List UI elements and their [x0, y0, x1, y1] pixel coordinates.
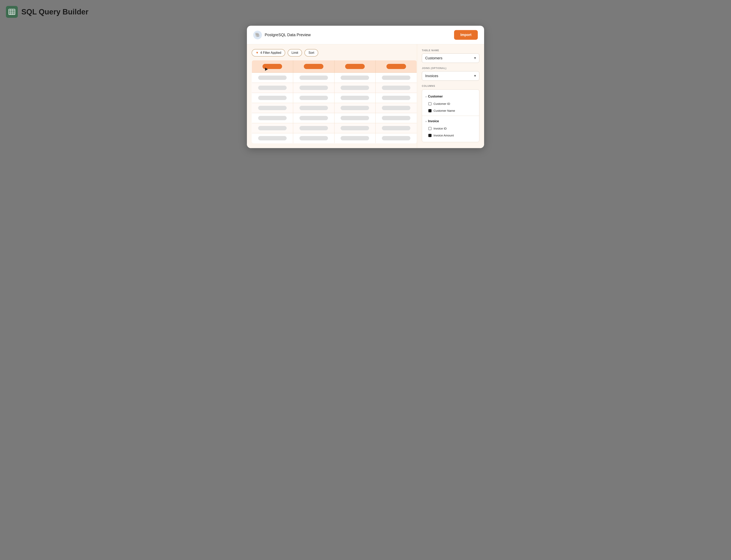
- filter-applied-button[interactable]: ▼ 4 Filter Applied: [252, 49, 285, 57]
- cell-skeleton: [258, 76, 287, 80]
- customer-name-checkbox[interactable]: [428, 109, 431, 112]
- col-skeleton-2: [304, 64, 324, 69]
- table-row: [252, 73, 417, 83]
- cell: [334, 123, 375, 133]
- invoice-group-label: Invoice: [428, 119, 439, 123]
- cell-skeleton: [382, 126, 410, 130]
- card-body: ▼ 4 Filter Applied Limit Sort: [247, 44, 484, 148]
- table-row: [252, 133, 417, 143]
- cell: [252, 83, 293, 93]
- joins-label: JOINS (OPTIONAL): [422, 67, 479, 70]
- cell: [293, 103, 334, 113]
- cell-skeleton: [341, 76, 369, 80]
- postgres-icon: 🐘: [253, 31, 262, 39]
- cell-skeleton: [258, 116, 287, 120]
- sort-button[interactable]: Sort: [305, 49, 318, 57]
- cell-skeleton: [382, 136, 410, 140]
- invoice-id-checkbox[interactable]: [428, 127, 431, 130]
- cell: [375, 103, 417, 113]
- column-item-customer-id[interactable]: Customer ID: [422, 100, 479, 107]
- cell: [334, 83, 375, 93]
- cell-skeleton: [300, 116, 328, 120]
- cell: [334, 103, 375, 113]
- cell-skeleton: [300, 86, 328, 90]
- customer-id-label: Customer ID: [433, 102, 450, 105]
- cell: [334, 133, 375, 143]
- cell: [334, 73, 375, 83]
- cell-skeleton: [382, 76, 410, 80]
- app-header: SQL Query Builder: [6, 6, 725, 18]
- columns-label: COLUMNS: [422, 85, 479, 87]
- column-item-customer-name[interactable]: Customer Name: [422, 107, 479, 114]
- col-header-2: [293, 60, 334, 73]
- customer-group-label: Customer: [428, 95, 443, 98]
- column-item-invoice-amount[interactable]: Invoice Amount: [422, 132, 479, 139]
- cell: [252, 133, 293, 143]
- table-row: [252, 113, 417, 123]
- cell-skeleton: [300, 106, 328, 110]
- col-header-1: [252, 60, 293, 73]
- cell: [252, 123, 293, 133]
- table-row: [252, 123, 417, 133]
- customer-name-label: Customer Name: [433, 109, 455, 112]
- postgres-emoji: 🐘: [255, 32, 260, 38]
- import-button[interactable]: Import: [454, 30, 478, 40]
- cell-skeleton: [341, 86, 369, 90]
- invoice-amount-checkbox[interactable]: [428, 134, 431, 137]
- app-icon: [6, 6, 18, 18]
- customer-group-header[interactable]: › Customer: [422, 93, 479, 100]
- cell-skeleton: [300, 126, 328, 130]
- cell: [252, 113, 293, 123]
- cell-skeleton: [258, 106, 287, 110]
- cell: [334, 113, 375, 123]
- cell: [293, 93, 334, 103]
- cell: [293, 133, 334, 143]
- card-header-left: 🐘 PostgreSQL Data Preview: [253, 31, 311, 39]
- cell: [252, 73, 293, 83]
- table-name-select-wrapper: Customers ▼: [422, 53, 479, 63]
- cell: [252, 93, 293, 103]
- cell-skeleton: [300, 76, 328, 80]
- cell-skeleton: [258, 86, 287, 90]
- col-header-3: [334, 60, 375, 73]
- customer-chevron-icon: ›: [425, 95, 426, 98]
- cell-skeleton: [258, 96, 287, 100]
- filter-label: 4 Filter Applied: [260, 51, 281, 55]
- cell: [252, 103, 293, 113]
- joins-select[interactable]: Invoices: [422, 71, 479, 81]
- invoice-id-label: Invoice ID: [433, 127, 447, 130]
- customer-id-checkbox[interactable]: [428, 102, 431, 105]
- cell-skeleton: [341, 116, 369, 120]
- column-group-customer: › Customer Customer ID Customer Name: [422, 92, 479, 115]
- cell-skeleton: [382, 86, 410, 90]
- cell: [375, 133, 417, 143]
- cell-skeleton: [382, 106, 410, 110]
- cell-skeleton: [382, 116, 410, 120]
- cell: [375, 93, 417, 103]
- cell-skeleton: [258, 136, 287, 140]
- table-name-select[interactable]: Customers: [422, 53, 479, 63]
- cell-skeleton: [341, 136, 369, 140]
- col-skeleton-3: [345, 64, 365, 69]
- column-group-invoice: › Invoice Invoice ID Invoice Amount: [422, 117, 479, 140]
- cell-skeleton: [382, 96, 410, 100]
- main-card: 🐘 PostgreSQL Data Preview Import ▼ 4 Fil…: [247, 26, 484, 148]
- page-title: SQL Query Builder: [21, 8, 88, 16]
- table-name-label: TABLE NAME: [422, 49, 479, 52]
- limit-button[interactable]: Limit: [288, 49, 302, 57]
- invoice-amount-label: Invoice Amount: [433, 134, 454, 137]
- column-item-invoice-id[interactable]: Invoice ID: [422, 125, 479, 132]
- cell: [334, 93, 375, 103]
- table-wrapper: [252, 60, 417, 143]
- table-row: [252, 93, 417, 103]
- cell: [375, 73, 417, 83]
- sidebar: TABLE NAME Customers ▼ JOINS (OPTIONAL) …: [417, 44, 484, 148]
- col-skeleton-1: [263, 64, 282, 69]
- invoice-group-header[interactable]: › Invoice: [422, 117, 479, 125]
- columns-box: › Customer Customer ID Customer Name: [422, 89, 479, 142]
- cell-skeleton: [341, 126, 369, 130]
- table-row: [252, 83, 417, 93]
- joins-select-wrapper: Invoices ▼: [422, 71, 479, 81]
- cell: [375, 123, 417, 133]
- cell-skeleton: [300, 136, 328, 140]
